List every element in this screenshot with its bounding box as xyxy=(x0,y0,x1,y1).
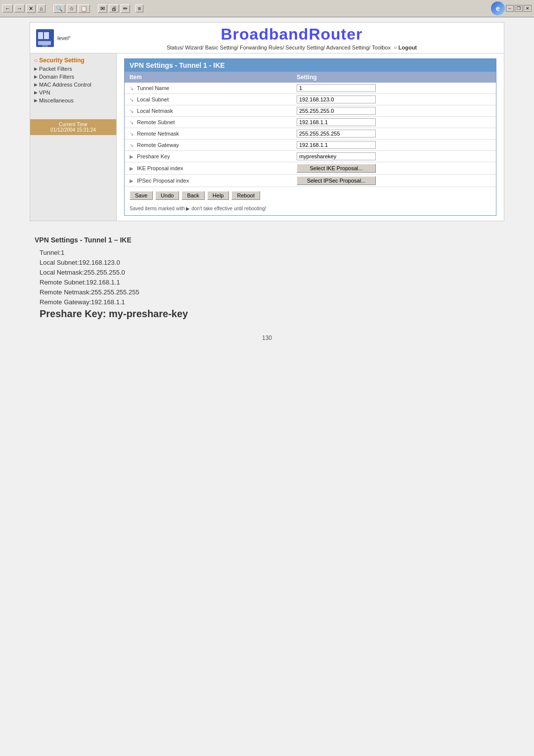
table-row: ↘ Remote Netmask xyxy=(125,128,496,140)
table-row: ↘ Local Netmask xyxy=(125,105,496,117)
setting-preshare-key xyxy=(292,151,496,162)
nav-advanced[interactable]: Advanced Setting xyxy=(326,45,369,50)
menu-btn[interactable]: ≡ xyxy=(135,4,143,12)
home-btn[interactable]: ⌂ xyxy=(37,4,45,12)
undo-button[interactable]: Undo xyxy=(155,191,179,200)
browser-toolbar: ← → ✕ ⌂ 🔍 ☆ 📋 ✉ 🖨 ✏ ≡ xyxy=(2,4,143,13)
svg-rect-1 xyxy=(38,32,43,39)
sidebar-item-domain-filters[interactable]: ▶ Domain Filters xyxy=(30,73,116,81)
nav-wizard[interactable]: Wizard xyxy=(185,45,202,50)
search-btn[interactable]: 🔍 xyxy=(53,4,65,13)
action-row: Save Undo Back Help Reboot xyxy=(125,187,496,204)
item-local-subnet: ↘ Local Subnet xyxy=(125,94,292,105)
arrow-icon: ▶ xyxy=(34,82,38,87)
history-btn[interactable]: 📋 xyxy=(78,4,90,13)
nav-basic[interactable]: Basic Setting xyxy=(205,45,237,50)
mail-btn[interactable]: ✉ xyxy=(98,4,107,13)
row-arrow-icon: ▶ xyxy=(130,166,134,171)
sidebar-security-label: Security Setting xyxy=(39,57,84,64)
summary-remote-gateway: Remote Gateway:192.168.1.1 xyxy=(35,298,499,306)
nav-toolbox[interactable]: Toolbox xyxy=(372,45,391,50)
row-arrow-icon: ↘ xyxy=(130,108,134,114)
logout-link[interactable]: Logout xyxy=(399,45,417,50)
row-arrow-icon: ↘ xyxy=(130,86,134,91)
domain-filters-label: Domain Filters xyxy=(39,74,74,80)
table-row: ↘ Local Subnet xyxy=(125,94,496,105)
row-arrow-icon: ▶ xyxy=(130,154,134,159)
back-button[interactable]: Back xyxy=(181,191,204,200)
back-btn[interactable]: ← xyxy=(2,4,13,12)
close-btn[interactable]: ✕ xyxy=(524,5,532,12)
arrow-icon: ▶ xyxy=(34,98,38,103)
vpn-panel-header: VPN Settings - Tunnel 1 - IKE xyxy=(125,59,496,72)
logo-text-area: BroadbandRouter Status/ Wizard/ Basic Se… xyxy=(85,25,499,50)
item-remote-netmask: ↘ Remote Netmask xyxy=(125,128,292,140)
preshare-key-input[interactable] xyxy=(297,152,376,160)
edit-btn[interactable]: ✏ xyxy=(121,4,130,13)
print-btn[interactable]: 🖨 xyxy=(109,4,119,12)
stop-btn[interactable]: ✕ xyxy=(26,4,36,13)
item-preshare-key: ▶ Preshare Key xyxy=(125,151,292,162)
nav-forwarding[interactable]: Forwarding Rules xyxy=(240,45,282,50)
item-tunnel-name: ↘ Tunnel Name xyxy=(125,83,292,94)
ike-proposal-select[interactable]: Select IKE Proposal... xyxy=(297,164,376,173)
router-logo-icon: one xyxy=(35,28,55,48)
page-wrapper: one level° BroadbandRouter Status/ Wizar… xyxy=(30,22,504,221)
favorites-btn[interactable]: ☆ xyxy=(67,4,77,13)
ie-logo: e xyxy=(491,1,505,15)
local-subnet-input[interactable] xyxy=(297,95,376,103)
item-remote-gateway: ↘ Remote Gateway xyxy=(125,140,292,151)
table-row: ↘ Tunnel Name xyxy=(125,83,496,94)
local-netmask-input[interactable] xyxy=(297,107,376,115)
remote-netmask-input[interactable] xyxy=(297,130,376,138)
reboot-button[interactable]: Reboot xyxy=(231,191,260,200)
forward-btn[interactable]: → xyxy=(14,4,25,12)
content-area: VPN Settings - Tunnel 1 - IKE Item Setti… xyxy=(117,53,504,221)
remote-subnet-input[interactable] xyxy=(297,118,376,126)
vpn-table: Item Setting ↘ Tunnel Name xyxy=(125,72,496,187)
ipsec-proposal-select[interactable]: Select IPSec Proposal... xyxy=(297,176,376,185)
summary-title: VPN Settings - Tunnel 1 – IKE xyxy=(35,236,499,244)
sidebar-item-security[interactable]: ○ Security Setting xyxy=(30,56,116,65)
setting-ike-proposal: Select IKE Proposal... xyxy=(292,162,496,175)
tunnel-name-input[interactable] xyxy=(297,84,376,92)
summary-local-netmask: Local Netmask:255.255.255.0 xyxy=(35,269,499,276)
row-arrow-icon: ↘ xyxy=(130,120,134,125)
table-row: ↘ Remote Subnet xyxy=(125,117,496,128)
sidebar-item-miscellaneous[interactable]: ▶ Miscellaneous xyxy=(30,96,116,104)
row-arrow-icon: ▶ xyxy=(130,178,134,184)
summary-preshare-key: Preshare Key: my-preshare-key xyxy=(35,308,499,320)
nav-status[interactable]: Status xyxy=(167,45,182,50)
logo-text: level° xyxy=(57,35,71,41)
row-arrow-icon: ↘ xyxy=(130,97,134,102)
col-setting-header: Setting xyxy=(292,72,496,83)
sidebar-item-vpn[interactable]: ▶ VPN xyxy=(30,89,116,96)
arrow-icon: ▶ xyxy=(34,74,38,79)
sidebar: ○ Security Setting ▶ Packet Filters ▶ Do… xyxy=(30,53,117,221)
item-local-netmask: ↘ Local Netmask xyxy=(125,105,292,117)
summary-tunnel: Tunnel:1 xyxy=(35,249,499,256)
item-ike-proposal: ▶ IKE Proposal index xyxy=(125,162,292,175)
sidebar-item-mac-control[interactable]: ▶ MAC Address Control xyxy=(30,81,116,89)
save-button[interactable]: Save xyxy=(130,191,153,200)
misc-label: Miscellaneous xyxy=(39,97,74,103)
summary-local-subnet: Local Subnet:192.168.123.0 xyxy=(35,259,499,266)
row-arrow-icon: ↘ xyxy=(130,142,134,148)
remote-gateway-input[interactable] xyxy=(297,141,376,149)
site-title: BroadbandRouter xyxy=(85,25,499,44)
packet-filters-label: Packet Filters xyxy=(39,66,72,72)
browser-chrome: ← → ✕ ⌂ 🔍 ☆ 📋 ✉ 🖨 ✏ ≡ e – ❐ ✕ xyxy=(0,0,534,17)
help-button[interactable]: Help xyxy=(207,191,229,200)
sidebar-item-packet-filters[interactable]: ▶ Packet Filters xyxy=(30,65,116,73)
maximize-btn[interactable]: ❐ xyxy=(515,5,523,12)
table-row: ▶ IPSec Proposal index Select IPSec Prop… xyxy=(125,175,496,187)
nav-security[interactable]: Security Setting xyxy=(285,45,323,50)
summary-remote-subnet: Remote Subnet:192.168.1.1 xyxy=(35,279,499,286)
item-ipsec-proposal: ▶ IPSec Proposal index xyxy=(125,175,292,187)
minimize-btn[interactable]: – xyxy=(506,5,514,12)
setting-local-subnet xyxy=(292,94,496,105)
item-remote-subnet: ↘ Remote Subnet xyxy=(125,117,292,128)
setting-remote-subnet xyxy=(292,117,496,128)
table-row: ▶ IKE Proposal index Select IKE Proposal… xyxy=(125,162,496,175)
current-time-label: Current Time xyxy=(34,122,112,127)
